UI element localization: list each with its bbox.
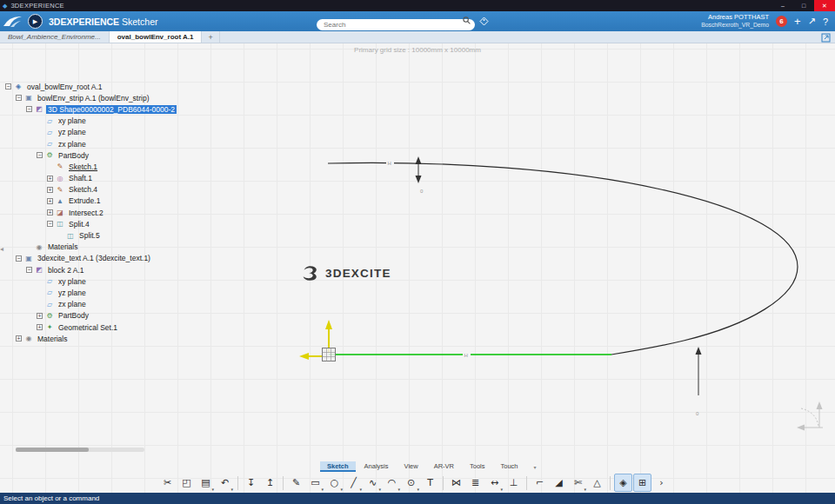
tree-item-geometrical-set-1[interactable]: +✦Geometrical Set.1 [5,322,177,333]
chamfer-icon: ◢ [555,477,562,488]
copy-button[interactable]: ◰ [177,474,196,492]
analysis-button[interactable]: △ [588,474,606,492]
tree-item-oval-bowlenv-root-a-1[interactable]: −◈oval_bowlEnv_root A.1 [5,81,177,92]
snap-to-point-button[interactable]: ◈ [614,474,632,492]
collapse-panel-icon[interactable]: ◂ [0,245,3,253]
tree-item-partbody[interactable]: +⚙PartBody [5,310,177,322]
share-icon[interactable]: ↗ [808,16,816,27]
constraint-button[interactable]: ⊥ [504,474,523,492]
exit-app-button[interactable]: ↧ [242,474,260,492]
tree-item-yz-plane[interactable]: ▱yz plane [5,127,177,138]
tree-expander-icon[interactable]: − [5,83,11,90]
tree-item-extrude-1[interactable]: +▲Extrude.1 [5,196,177,207]
tree-expander-icon[interactable]: − [37,152,43,158]
undo-button[interactable]: ↶▾ [216,474,234,492]
dimension-button[interactable]: ↔▾ [485,474,504,492]
tree-expander-icon[interactable]: − [16,95,22,101]
new-tab-button[interactable]: + [202,31,219,43]
rectangle-button[interactable]: ▭▾ [306,474,324,492]
spline-button[interactable]: ∿▾ [364,474,382,492]
tree-expander-icon[interactable]: + [47,176,53,182]
tree-item-3dexcite-text-a-1-3dexcite-tex[interactable]: −▣3dexcite_text A.1 (3dexcite_text.1) [5,253,177,264]
tree-item-bowlenv-strip-a-1-bowlenv-stri[interactable]: −▣bowlEnv_strip A.1 (bowlEnv_strip) [5,92,177,103]
tree-expander-icon[interactable]: − [26,267,32,273]
origin-marker[interactable] [323,348,336,361]
tag-icon[interactable] [479,17,489,26]
notification-badge[interactable]: 6 [776,16,787,27]
mirror-button[interactable]: ⋈ [447,474,465,492]
tree-item-split-5[interactable]: ◫Split.5 [5,229,177,241]
add-content-button[interactable]: + [794,15,801,28]
cut-button[interactable]: ✂ [158,474,177,492]
point-button[interactable]: ⊙▾ [402,474,420,492]
3ds-swoosh-icon[interactable] [2,14,24,29]
minimize-button[interactable]: – [772,0,793,11]
horizontal-scrollbar[interactable] [16,448,144,452]
trim-button[interactable]: ✄▾ [569,474,587,492]
toolbar-divider [237,476,238,490]
profile-button[interactable]: ✎ [287,474,305,492]
tree-item-block-2-a-1[interactable]: −◩block 2 A.1 [5,264,177,275]
user-block[interactable]: Andreas POTTHAST BoschRexroth_VR_Demo [701,14,769,28]
export-button[interactable]: ↥ [261,474,279,492]
dimension-right[interactable]: 0 [696,347,702,416]
help-icon[interactable]: ? [823,17,828,27]
tree-item-shaft-1[interactable]: +◎Shaft.1 [5,173,177,184]
doc-tab-oval-bowlenv-root-a-1[interactable]: oval_bowlEnv_root A.1 [110,31,203,43]
chamfer-button[interactable]: ◢ [550,474,568,492]
circle-button[interactable]: ○▾ [325,474,344,492]
workbench-tab-view[interactable]: View [397,461,425,472]
workbench-tab-touch[interactable]: Touch [494,461,525,472]
tree-item-xy-plane[interactable]: ▱xy plane [5,275,177,287]
tree-expander-icon[interactable]: − [26,106,32,112]
design-canvas[interactable]: Primary grid size : 10000mm x 10000mm H … [0,43,835,493]
sketch-curve[interactable] [328,162,798,355]
tree-expander-icon[interactable]: + [47,187,53,193]
text-button[interactable]: T [421,474,439,492]
tree-item-zx-plane[interactable]: ▱zx plane [5,138,177,149]
maximize-button[interactable]: □ [793,0,814,11]
search-input[interactable] [317,19,475,30]
expand-panel-icon[interactable] [821,33,831,43]
paste-button[interactable]: ▤▾ [197,474,215,492]
tree-item-3d-shape00000002-pdb6044-0000-[interactable]: −◩3D Shape00000002_PDB6044-0000-2 [5,103,177,115]
more-tools-button[interactable]: › [652,474,671,492]
tabs-collapse-chevron-icon[interactable]: ▾ [534,464,537,470]
tree-expander-icon[interactable]: + [37,313,43,319]
dimension-top[interactable]: 0 [416,156,424,194]
tree-item-sketch-4[interactable]: +✎Sketch.4 [5,184,177,196]
sketch-grid-button[interactable]: ⊞ [633,474,651,492]
doc-tab-bowl-ambience-environme-[interactable]: Bowl_Ambience_Environme... [0,31,110,43]
tree-expander-icon[interactable]: − [16,255,22,262]
tree-item-xy-plane[interactable]: ▱xy plane [5,116,177,127]
offset-button[interactable]: ≣ [466,474,484,492]
tree-item-zx-plane[interactable]: ▱zx plane [5,299,177,310]
close-button[interactable]: ✕ [814,0,835,11]
tree-expander-icon[interactable]: + [37,324,43,330]
tree-expander-icon[interactable]: + [47,209,53,216]
3dexcite-watermark: 3DEXCITE [299,264,391,282]
tree-item-materials[interactable]: +◉Materials [5,333,177,344]
tree-expander-icon[interactable]: + [16,335,22,342]
dropdown-caret-icon: ▾ [378,487,381,492]
dropdown-caret-icon: ▾ [500,487,503,492]
tree-item-yz-plane[interactable]: ▱yz plane [5,287,177,298]
search-icon[interactable] [463,17,471,24]
tree-item-sketch-1[interactable]: ✎Sketch.1 [5,161,177,172]
corner-button[interactable]: ⌐ [531,474,549,492]
workbench-tab-ar-vr[interactable]: AR-VR [427,461,461,472]
3dexperience-compass-icon[interactable]: ▶ [28,14,43,29]
tree-item-split-4[interactable]: −◫Split.4 [5,218,177,229]
workbench-tab-sketch[interactable]: Sketch [320,461,356,472]
tree-item-materials[interactable]: ◉Materials [5,242,177,253]
line-icon: ╱ [351,477,357,488]
workbench-tab-tools[interactable]: Tools [463,461,492,472]
tree-item-partbody[interactable]: −⚙PartBody [5,149,177,161]
tree-expander-icon[interactable]: − [47,221,53,227]
workbench-tab-analysis[interactable]: Analysis [357,461,396,472]
arc-button[interactable]: ◠▾ [383,474,401,492]
tree-expander-icon[interactable]: + [47,198,53,204]
scrollbar-thumb[interactable] [16,448,89,452]
line-button[interactable]: ╱▾ [344,474,363,492]
tree-item-intersect-2[interactable]: +◪Intersect.2 [5,207,177,218]
